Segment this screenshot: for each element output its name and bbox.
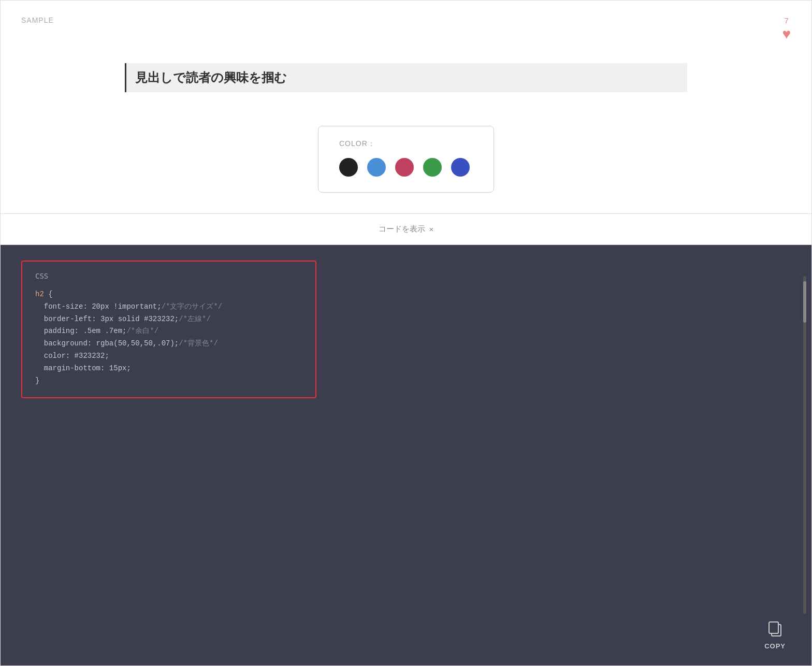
color-panel: COLOR： (318, 126, 494, 193)
scrollbar-thumb[interactable] (803, 281, 806, 323)
preview-area: 見出しで読者の興味を掴む (21, 53, 791, 115)
code-selector: h2 (35, 290, 44, 298)
code-block: h2 { font-size: 20px !important;/*文字のサイズ… (35, 288, 302, 387)
css-title: CSS (35, 272, 302, 280)
svg-rect-1 (769, 622, 778, 633)
color-dots (339, 158, 473, 177)
code-line-3: padding: .5em .7em; (35, 327, 126, 335)
code-toggle-bar: コードを表示 × (1, 214, 811, 245)
copy-button-area[interactable]: COPY (764, 621, 786, 650)
code-brace-close: } (35, 377, 39, 385)
code-comment-3: /*余白*/ (126, 327, 158, 335)
code-section: CSS h2 { font-size: 20px !important;/*文字… (1, 245, 811, 665)
color-dot-red[interactable] (395, 158, 414, 177)
code-line-6: margin-bottom: 15px; (35, 364, 131, 372)
color-dot-blue[interactable] (367, 158, 386, 177)
header-row: SAMPLE 7 ♥ (21, 16, 791, 42)
code-box: CSS h2 { font-size: 20px !important;/*文字… (21, 260, 316, 398)
color-panel-wrapper: COLOR： (21, 115, 791, 213)
copy-label[interactable]: COPY (764, 642, 786, 650)
top-section: SAMPLE 7 ♥ 見出しで読者の興味を掴む COLOR： (1, 1, 811, 213)
sample-label: SAMPLE (21, 16, 54, 24)
code-line-5: color: #323232; (35, 352, 109, 360)
code-toggle-close[interactable]: × (429, 225, 434, 234)
copy-icon (768, 621, 782, 640)
color-label: COLOR： (339, 139, 473, 149)
code-comment-1: /*文字のサイズ*/ (162, 302, 223, 311)
main-container: SAMPLE 7 ♥ 見出しで読者の興味を掴む COLOR： (0, 0, 812, 666)
color-dot-green[interactable] (423, 158, 442, 177)
h2-preview: 見出しで読者の興味を掴む (125, 63, 687, 92)
color-dot-black[interactable] (339, 158, 358, 177)
code-brace-open: { (44, 290, 53, 298)
code-line-1: font-size: 20px !important; (35, 302, 162, 311)
color-dot-navy[interactable] (451, 158, 470, 177)
code-line-4: background: rgba(50,50,50,.07); (35, 339, 179, 348)
heart-count: 7 (785, 16, 789, 25)
code-comment-4: /*背景色*/ (179, 339, 218, 348)
heart-icon[interactable]: ♥ (782, 26, 791, 42)
heart-area: 7 ♥ (782, 16, 791, 42)
code-toggle-label[interactable]: コードを表示 (379, 224, 425, 234)
code-comment-2: /*左線*/ (179, 315, 211, 323)
code-line-2: border-left: 3px solid #323232; (35, 315, 179, 323)
scrollbar-track[interactable] (803, 276, 806, 614)
